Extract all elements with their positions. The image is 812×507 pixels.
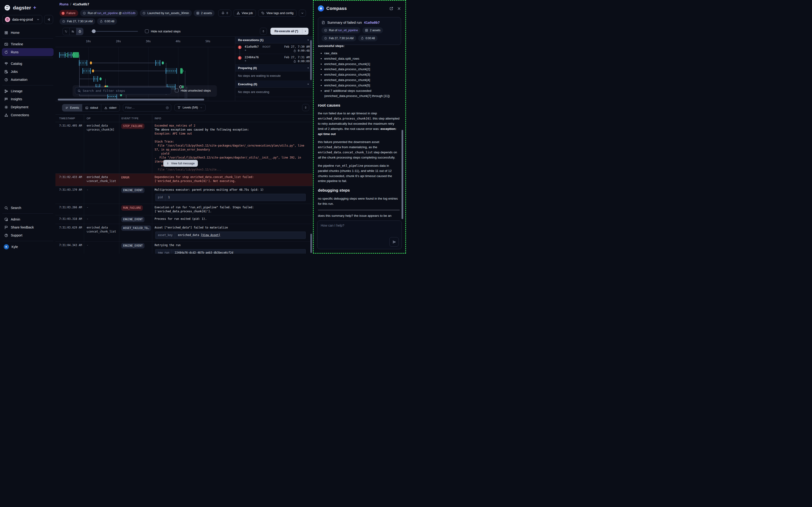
- sidebar-collapse-button[interactable]: [44, 15, 53, 24]
- sidebar-item-connections[interactable]: Connections: [2, 111, 54, 119]
- tab-stdout[interactable]: stdout: [82, 104, 101, 111]
- view-full-message-button[interactable]: View full message: [163, 160, 198, 167]
- info-chip[interactable]: Feb 27, 7:30:14 AM: [321, 35, 356, 41]
- view-tags-config-button[interactable]: View tags and config: [258, 10, 296, 17]
- hide-not-started-checkbox-row[interactable]: Hide not started steps: [145, 30, 180, 33]
- sidebar-item-insights[interactable]: Insights: [2, 95, 54, 103]
- metadata-link[interactable]: 22484a76-dcd2-487b-aeb3-db3bece6cf2d: [174, 251, 233, 253]
- hide-unselected-checkbox-row[interactable]: Hide unselected steps: [175, 89, 211, 92]
- sidebar-item-label: Share feedback: [11, 225, 34, 229]
- compass-step-list: raw_dataenriched_data.split_rowsenriched…: [318, 51, 400, 99]
- info-chip[interactable]: 2 assets: [194, 10, 215, 16]
- gantt-step-bar[interactable]: [83, 68, 91, 74]
- sidebar-item-admin[interactable]: Admin: [2, 215, 54, 223]
- metadata-link[interactable]: [View Asset]: [201, 233, 220, 237]
- view-job-button[interactable]: View job: [233, 10, 256, 17]
- sidebar-item-automation[interactable]: Automation: [2, 76, 54, 83]
- reexec-scrollbar[interactable]: [310, 40, 312, 80]
- reexecute-all-button[interactable]: Re-execute all (*): [270, 28, 309, 35]
- gantt-step-marker[interactable]: [100, 77, 102, 80]
- gantt-step-bar[interactable]: [79, 60, 87, 66]
- compass-scrollbar[interactable]: [401, 130, 403, 219]
- reexec-section-header-re-executions-1-[interactable]: Re-executions (1): [235, 37, 313, 44]
- reexec-section-header-preparing-0-[interactable]: Preparing (0): [235, 65, 313, 71]
- column-header-info[interactable]: INFO: [152, 115, 313, 122]
- summary-run-id-link[interactable]: 41a9a0b7: [364, 21, 380, 24]
- send-button[interactable]: [389, 237, 399, 246]
- view-timed-button[interactable]: [76, 28, 83, 35]
- sidebar-item-timeline[interactable]: Timeline: [2, 40, 54, 48]
- more-actions-button[interactable]: [299, 10, 306, 17]
- open-external-icon[interactable]: [389, 7, 393, 11]
- expand-panel-button[interactable]: [260, 28, 267, 35]
- compass-chat-input[interactable]: [321, 224, 398, 237]
- sidebar-item-kyle[interactable]: KKyle: [2, 243, 54, 251]
- log-filter-input[interactable]: [125, 106, 164, 109]
- sidebar-item-runs[interactable]: Runs: [2, 48, 54, 56]
- event-row[interactable]: 7:31:02.433 AMenriched_data↳concat_chunk…: [55, 174, 313, 186]
- reexec-run-item[interactable]: 22484a76Feb 27, 7:31 AM*0:00:09: [235, 54, 313, 65]
- metadata-key: asset_key: [156, 232, 175, 239]
- sidebar-item-jobs[interactable]: Jobs: [2, 68, 54, 76]
- gantt-step-bar[interactable]: [166, 68, 177, 74]
- info-chip[interactable]: 0:00:48: [358, 35, 378, 41]
- tab-stderr[interactable]: stderr: [101, 104, 120, 111]
- column-header-timestamp[interactable]: TIMESTAMP: [55, 115, 84, 122]
- sidebar-item-share-feedback[interactable]: Share feedback: [2, 223, 54, 231]
- gantt-step-marker[interactable]: [162, 61, 164, 65]
- gantt-step-bar[interactable]: [155, 60, 160, 66]
- gantt-step-marker[interactable]: [90, 61, 92, 65]
- sidebar-item-home[interactable]: Home: [2, 29, 54, 37]
- breadcrumb-runs-link[interactable]: Runs: [59, 2, 69, 6]
- event-row[interactable]: 7:31:03.629 AMenriched_data↳concat_chunk…: [55, 224, 313, 242]
- info-chip[interactable]: Launched by run_assets_30min: [140, 10, 192, 16]
- zoom-slider[interactable]: [91, 31, 138, 32]
- levels-dropdown[interactable]: Levels (5/6): [174, 104, 205, 111]
- info-chip[interactable]: Run of run_etl_pipeline @ e2c051db: [80, 10, 138, 16]
- alerts-button[interactable]: 0: [218, 10, 231, 17]
- gantt-step-bar[interactable]: [94, 76, 98, 82]
- view-waterfall-button[interactable]: [63, 28, 69, 35]
- events-scrollbar[interactable]: [310, 234, 312, 253]
- gantt-step-marker[interactable]: [72, 54, 75, 57]
- gantt-step-marker[interactable]: [181, 69, 183, 72]
- event-row[interactable]: 7:31:03.318 AM-ENGINE_EVENTProcess for r…: [55, 215, 313, 224]
- event-row[interactable]: 7:31:03.266 AM-RUN_FAILUREExecution of r…: [55, 204, 313, 215]
- reexec-section-header-executing-0-[interactable]: Executing (0): [235, 81, 313, 88]
- view-flat-button[interactable]: [69, 28, 76, 35]
- hide-unselected-checkbox[interactable]: [175, 89, 178, 92]
- compass-list-item: enriched_data.process_chunk[2]: [324, 67, 400, 72]
- step-search-input[interactable]: [83, 89, 169, 93]
- gantt-step-marker[interactable]: [65, 54, 68, 57]
- gantt-chart[interactable]: 10s20s30s40s50sHide unselected steps: [55, 37, 235, 101]
- clear-filter-icon[interactable]: [166, 106, 169, 109]
- event-row[interactable]: 7:31:04.343 AM-ENGINE_EVENTRetrying the …: [55, 242, 313, 253]
- gantt-toolbar: Hide not started steps Re-execute all (*…: [55, 26, 313, 37]
- reexecute-dropdown[interactable]: [303, 30, 309, 33]
- column-header-event-type[interactable]: EVENT TYPE: [119, 115, 152, 122]
- sort-order-button[interactable]: [302, 104, 309, 111]
- reexec-run-item[interactable]: 41a9a0b7ROOTFeb 27, 7:30 AM*0:00:48: [235, 44, 313, 54]
- column-header-op[interactable]: OP: [84, 115, 119, 122]
- sidebar-item-catalog[interactable]: Catalog: [2, 60, 54, 68]
- info-chip[interactable]: 0:00:48: [97, 18, 117, 25]
- sidebar-item-lineage[interactable]: Lineage: [2, 87, 54, 95]
- sidebar-item-support[interactable]: Support: [2, 231, 54, 239]
- gantt-step-bar[interactable]: [59, 52, 65, 58]
- tab-events[interactable]: Events: [62, 104, 82, 111]
- event-row[interactable]: 7:31:03.170 AM-ENGINE_EVENTMultiprocess …: [55, 186, 313, 204]
- gantt-step-marker[interactable]: [92, 69, 94, 72]
- gantt-horizontal-scrollbar[interactable]: [58, 99, 204, 101]
- gantt-step-bar[interactable]: [68, 52, 71, 58]
- sidebar-item-deployment[interactable]: Deployment: [2, 103, 54, 111]
- deployment-selector[interactable]: D data-eng-prod: [2, 15, 42, 24]
- zoom-slider-knob[interactable]: [92, 30, 96, 33]
- close-icon[interactable]: [397, 7, 401, 11]
- info-chip[interactable]: 2 assets: [362, 27, 383, 33]
- hide-not-started-checkbox[interactable]: [145, 30, 149, 33]
- run-id[interactable]: 41a9a0b7: [245, 45, 259, 48]
- run-id[interactable]: 22484a76: [245, 55, 259, 59]
- info-chip[interactable]: Run of run_etl_pipeline: [321, 27, 361, 33]
- sidebar-item-search[interactable]: Search: [2, 204, 54, 212]
- info-chip[interactable]: Feb 27, 7:30:14 AM: [59, 18, 95, 25]
